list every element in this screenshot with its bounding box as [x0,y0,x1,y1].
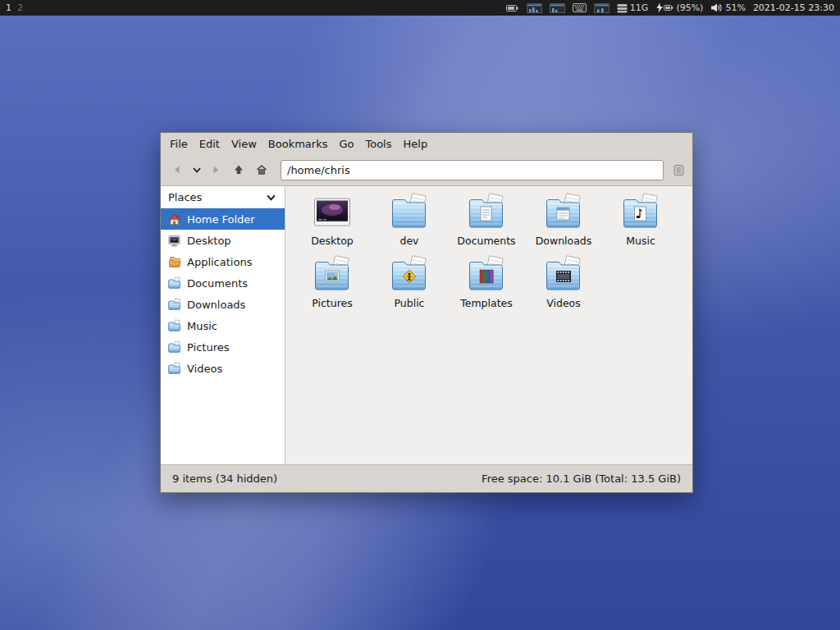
sidebar-item-label: Music [187,320,217,332]
applications-icon [167,255,181,269]
folder-pictures-icon [312,255,353,294]
menu-bookmarks[interactable]: Bookmarks [262,135,334,153]
sidebar-item-music[interactable]: Music [161,315,285,336]
menu-go[interactable]: Go [333,135,359,153]
file-item-public[interactable]: Public [371,255,448,316]
desktop-icon [167,234,181,248]
system-tray: 11G (95%) 51% 2021-02-15 23:30 [506,2,840,13]
sidebar-item-label: Home Folder [187,213,255,226]
net-graph-icon[interactable] [594,3,609,13]
downloads-emblem [557,208,569,220]
disk-usage-indicator[interactable]: 11G [617,2,649,13]
file-item-templates[interactable]: Templates [448,255,525,316]
back-button[interactable] [167,159,188,180]
file-label: Music [626,235,655,247]
disk-icon [617,3,628,13]
file-label: dev [399,235,418,247]
file-item-pictures[interactable]: Pictures [294,255,371,316]
photo-emblem [326,271,340,281]
file-label: Videos [546,297,581,309]
path-input[interactable] [281,160,664,180]
toolbar [161,154,692,185]
file-label: Public [395,297,425,309]
sidebar-item-label: Documents [187,277,248,290]
memory-graph-icon[interactable] [550,3,565,13]
places-header-label: Places [168,191,202,203]
folder-templates-icon [466,255,507,294]
home-icon [255,163,268,176]
folder-icon [167,319,181,333]
file-item-desktop[interactable]: Desktop [294,193,371,253]
menu-view[interactable]: View [226,135,262,153]
file-item-downloads[interactable]: Downloads [525,193,602,253]
workspace-2[interactable]: 2 [17,2,23,13]
history-dropdown-button[interactable] [189,159,203,180]
folder-icon [167,362,181,376]
free-space: Free space: 10.1 GiB (Total: 13.5 GiB) [482,472,681,485]
items-count: 9 items (34 hidden) [172,472,277,485]
volume-label: 51% [725,2,745,13]
sidebar-item-pictures[interactable]: Pictures [161,336,285,358]
file-label: Desktop [311,235,354,247]
sidebar-item-label: Videos [187,363,222,375]
disk-usage-label: 11G [630,2,649,13]
workspace-1[interactable]: 1 [6,2,11,13]
music-note-emblem [635,207,646,221]
chevron-down-icon [266,192,276,203]
places-header[interactable]: Places [161,186,285,208]
chevron-down-icon [192,165,202,175]
file-label: Documents [457,235,515,247]
folder-videos-icon [543,255,584,294]
menu-tools[interactable]: Tools [359,135,397,153]
battery-label: (95%) [676,2,703,13]
places-panel: Places Home Folder Desktop Applications … [161,186,285,464]
sidebar-item-home-folder[interactable]: Home Folder [161,208,285,230]
scroll-icon[interactable] [670,164,687,176]
sidebar-item-desktop[interactable]: Desktop [161,230,285,251]
forward-icon [209,163,222,176]
clock[interactable]: 2021-02-15 23:30 [753,2,834,13]
workspace-switcher: 1 2 [6,2,23,13]
statusbar: 9 items (34 hidden) Free space: 10.1 GiB… [161,465,692,492]
home-button[interactable] [251,159,272,180]
power-bolt-icon [655,2,673,13]
sidebar-item-videos[interactable]: Videos [161,358,285,379]
folder-icon [389,193,430,232]
file-item-documents[interactable]: Documents [448,193,525,253]
desktop-preview-icon [312,193,353,232]
back-icon [171,163,184,176]
file-manager-window: File Edit View Bookmarks Go Tools Help [160,132,693,493]
keyboard-icon[interactable] [573,3,587,12]
menu-edit[interactable]: Edit [194,135,226,153]
battery-tray-icon[interactable] [506,3,519,13]
cpu-graph-icon[interactable] [527,3,542,13]
up-button[interactable] [228,159,249,180]
file-item-videos[interactable]: Videos [525,255,602,316]
icon-view[interactable]: Desktop dev Documents [285,186,692,464]
sidebar-item-documents[interactable]: Documents [161,272,285,294]
file-label: Pictures [312,297,353,309]
forward-button[interactable] [205,159,226,180]
speaker-icon [710,2,723,13]
folder-icon [167,340,181,354]
file-item-dev[interactable]: dev [371,193,448,253]
menu-file[interactable]: File [164,135,194,153]
sidebar-item-label: Pictures [187,341,229,354]
folder-public-icon [389,255,430,294]
file-label: Downloads [536,235,592,247]
battery-indicator[interactable]: (95%) [655,2,703,13]
menu-help[interactable]: Help [398,135,434,153]
folder-music-icon [620,193,661,232]
sidebar-item-applications[interactable]: Applications [161,251,285,272]
folder-downloads-icon [543,193,584,232]
document-emblem [481,207,491,221]
sidebar-item-label: Applications [187,256,252,268]
menubar: File Edit View Bookmarks Go Tools Help [161,133,692,154]
home-folder-icon [167,212,181,226]
film-strip-emblem [556,271,571,282]
volume-indicator[interactable]: 51% [710,2,745,13]
folder-icon [167,276,181,290]
sidebar-item-downloads[interactable]: Downloads [161,294,285,315]
file-item-music[interactable]: Music [602,193,679,253]
sidebar-item-label: Desktop [187,235,231,247]
